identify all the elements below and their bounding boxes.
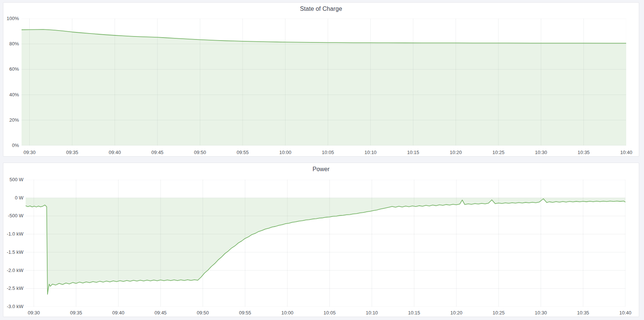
x-axis-tick-label: 09:35	[61, 150, 83, 156]
y-axis-tick-label: -2.5 kW	[3, 286, 23, 291]
x-axis-tick-label: 09:55	[234, 310, 256, 316]
chart-canvas	[26, 180, 625, 307]
dashboard: { "accent_color": "#79b56a", "fill_color…	[0, 0, 644, 320]
x-axis-tick-label: 10:15	[402, 150, 424, 156]
x-axis-tick-label: 10:25	[488, 310, 510, 316]
x-axis-tick-label: 10:25	[487, 150, 509, 156]
x-axis-tick-label: 10:35	[573, 150, 595, 156]
x-axis-tick-label: 09:40	[104, 150, 126, 156]
x-axis-tick-label: 09:30	[23, 310, 45, 316]
x-axis-tick-label: 09:45	[146, 150, 169, 156]
x-axis-tick-label: 10:40	[615, 150, 637, 156]
y-axis-tick-label: 20%	[3, 118, 19, 123]
y-axis-tick-label: -3.0 kW	[3, 304, 23, 309]
y-axis-tick-label: 0%	[3, 143, 19, 148]
x-axis-tick-label: 09:50	[189, 150, 211, 156]
x-axis-tick-label: 10:05	[318, 310, 341, 316]
x-axis-tick-label: 10:10	[359, 150, 382, 156]
panel-title[interactable]: State of Charge	[3, 6, 639, 14]
x-axis-tick-label: 09:45	[149, 310, 172, 316]
y-axis-tick-label: -1.0 kW	[3, 231, 23, 237]
x-axis-tick-label: 10:15	[403, 310, 425, 316]
series-fill	[22, 29, 626, 145]
state-of-charge-plot-area[interactable]	[22, 19, 626, 145]
y-axis-tick-label: -500 W	[3, 213, 23, 218]
state-of-charge-panel: State of Charge 100%80%60%40%20%0%09:300…	[3, 2, 639, 157]
x-axis-tick-label: 10:20	[445, 150, 467, 156]
x-axis-tick-label: 09:30	[19, 150, 41, 156]
x-axis-tick-label: 10:40	[614, 310, 637, 316]
panel-title[interactable]: Power	[3, 166, 639, 174]
y-axis-tick-label: 60%	[3, 67, 19, 72]
y-axis-tick-label: 0 W	[3, 195, 23, 201]
y-axis-tick-label: 40%	[3, 92, 19, 97]
x-axis-tick-label: 09:35	[65, 310, 87, 316]
x-axis-tick-label: 10:30	[530, 310, 552, 316]
y-axis-tick-label: 80%	[3, 41, 19, 47]
power-panel: Power 500 W0 W-500 W-1.0 kW-1.5 kW-2.0 k…	[3, 163, 639, 317]
y-axis-tick-label: -2.0 kW	[3, 268, 23, 273]
chart-canvas	[22, 19, 626, 145]
x-axis-tick-label: 09:50	[192, 310, 214, 316]
x-axis-tick-label: 10:30	[530, 150, 552, 156]
power-plot-area[interactable]	[26, 180, 625, 307]
y-axis-tick-label: -1.5 kW	[3, 250, 23, 255]
x-axis-tick-label: 10:00	[274, 150, 297, 156]
x-axis-tick-label: 09:40	[107, 310, 129, 316]
x-axis-tick-label: 10:20	[445, 310, 467, 316]
y-axis-tick-label: 100%	[3, 16, 19, 21]
series-fill	[26, 198, 625, 294]
y-axis-tick-label: 500 W	[3, 177, 23, 182]
x-axis-tick-label: 10:00	[276, 310, 298, 316]
x-axis-tick-label: 10:10	[361, 310, 383, 316]
x-axis-tick-label: 09:55	[232, 150, 254, 156]
x-axis-tick-label: 10:35	[572, 310, 594, 316]
x-axis-tick-label: 10:05	[317, 150, 339, 156]
